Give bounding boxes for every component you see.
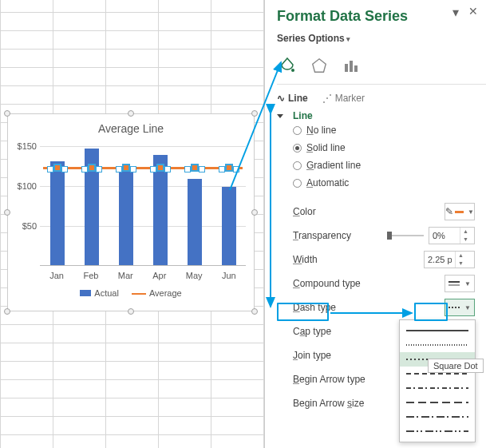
resize-handle[interactable] [251, 110, 258, 117]
prop-width: Width ▲▼ [293, 248, 475, 272]
svg-marker-1 [313, 59, 326, 73]
series-options-dropdown[interactable]: Series Options▾ [277, 33, 475, 44]
resize-handle[interactable] [4, 209, 10, 216]
dash-type-button[interactable]: ▼ [445, 299, 475, 316]
prop-transparency: Transparency ▲▼ [293, 224, 475, 248]
tab-label: Line [288, 93, 308, 104]
panel-title: Format Data Series [277, 8, 475, 25]
legend-item-actual[interactable]: Actual [80, 288, 119, 298]
tooltip-square-dot: Square Dot [428, 359, 484, 373]
dash-option-long-dash-dot[interactable] [400, 410, 475, 424]
radio-label: o line [314, 125, 337, 136]
panel-menu-dropdown-icon[interactable]: ▾ [452, 5, 459, 20]
series-options-icon[interactable] [341, 55, 362, 76]
dash-option-dash-dot[interactable] [400, 381, 475, 395]
line-section-header[interactable]: Line [277, 110, 475, 121]
resize-handle[interactable] [251, 308, 258, 315]
series-options-label: Series Options [277, 33, 345, 44]
legend-label: Actual [94, 288, 119, 298]
chevron-down-icon: ▼ [464, 304, 471, 311]
highlight-dash-type-label [277, 303, 329, 321]
chevron-down-icon: ▼ [468, 208, 474, 216]
resize-handle[interactable] [128, 110, 134, 117]
fill-line-icon[interactable] [277, 55, 298, 76]
radio-icon [293, 179, 302, 188]
color-picker-button[interactable]: ✎▼ [445, 203, 475, 220]
radio-icon [293, 161, 302, 170]
radio-icon [293, 144, 302, 153]
compound-type-button[interactable]: ▼ [445, 275, 475, 292]
dash-sample-icon [448, 307, 460, 308]
section-label: Line [293, 110, 313, 121]
dash-type-dropdown [399, 319, 476, 442]
divider [277, 84, 486, 85]
spinner-buttons[interactable]: ▲▼ [455, 252, 466, 268]
tab-label: Marker [335, 93, 365, 104]
collapse-arrow-icon [277, 114, 283, 118]
chart-object[interactable]: Average Line $50$100$150 JanFebMarAprMay… [7, 113, 255, 311]
chart-legend[interactable]: Actual Average [8, 288, 254, 298]
resize-handle[interactable] [4, 308, 10, 315]
radio-icon [293, 126, 302, 135]
radio-label: olid line [313, 142, 346, 153]
tab-marker[interactable]: ⋰Marker [322, 93, 365, 104]
dash-option-round-dot[interactable] [400, 338, 475, 352]
radio-label: utomatic [313, 177, 349, 188]
radio-automatic[interactable]: Automatic [293, 174, 475, 192]
legend-line-icon [132, 293, 146, 295]
resize-handle[interactable] [4, 110, 10, 117]
spinner-buttons[interactable]: ▲▼ [460, 228, 471, 244]
dash-option-long-dash-dot-dot[interactable] [400, 424, 475, 438]
highlight-dash-type-button [414, 303, 448, 321]
radio-gradient-line[interactable]: Gradient line [293, 157, 475, 174]
spreadsheet-area[interactable]: Average Line $50$100$150 JanFebMarAprMay… [0, 0, 265, 448]
line-tab-icon: ∿ [277, 93, 285, 104]
svg-point-0 [291, 69, 294, 72]
chart-x-axis: JanFebMarAprMayJun [40, 271, 246, 280]
legend-swatch-icon [80, 290, 91, 296]
radio-no-line[interactable]: No line [293, 121, 475, 139]
prop-color: Color ✎▼ [293, 200, 475, 224]
radio-solid-line[interactable]: Solid line [293, 139, 475, 157]
width-spinner[interactable]: ▲▼ [424, 251, 475, 268]
chevron-down-icon: ▾ [346, 35, 350, 43]
transparency-input[interactable] [429, 231, 460, 240]
legend-label: Average [149, 288, 182, 298]
legend-item-average[interactable]: Average [132, 288, 182, 298]
chart-title[interactable]: Average Line [8, 114, 254, 138]
effects-icon[interactable] [309, 55, 330, 76]
svg-rect-3 [350, 61, 353, 72]
radio-label: radient line [314, 160, 361, 171]
pen-icon: ✎ [445, 206, 453, 217]
resize-handle[interactable] [251, 209, 258, 216]
svg-rect-4 [354, 65, 358, 72]
line-marker-tabs: ∿Line ⋰Marker [277, 93, 475, 104]
prop-compound-type: Compound type ▼ [293, 272, 475, 295]
width-input[interactable] [425, 255, 455, 264]
line-radio-group: No line Solid line Gradient line Automat… [293, 121, 475, 192]
panel-category-icons [277, 55, 475, 76]
chevron-down-icon: ▼ [464, 280, 471, 287]
panel-close-icon[interactable]: ✕ [468, 5, 478, 18]
chart-plot-area[interactable]: $50$100$150 [40, 138, 246, 266]
resize-handle[interactable] [128, 308, 134, 315]
tab-line[interactable]: ∿Line [277, 93, 308, 104]
transparency-spinner[interactable]: ▲▼ [429, 227, 475, 244]
transparency-slider[interactable] [387, 230, 424, 241]
dash-option-long-dash[interactable] [400, 395, 475, 410]
marker-tab-icon: ⋰ [322, 93, 332, 104]
dash-option-solid[interactable] [400, 323, 475, 338]
color-swatch-icon [455, 211, 464, 213]
svg-rect-2 [345, 64, 348, 72]
